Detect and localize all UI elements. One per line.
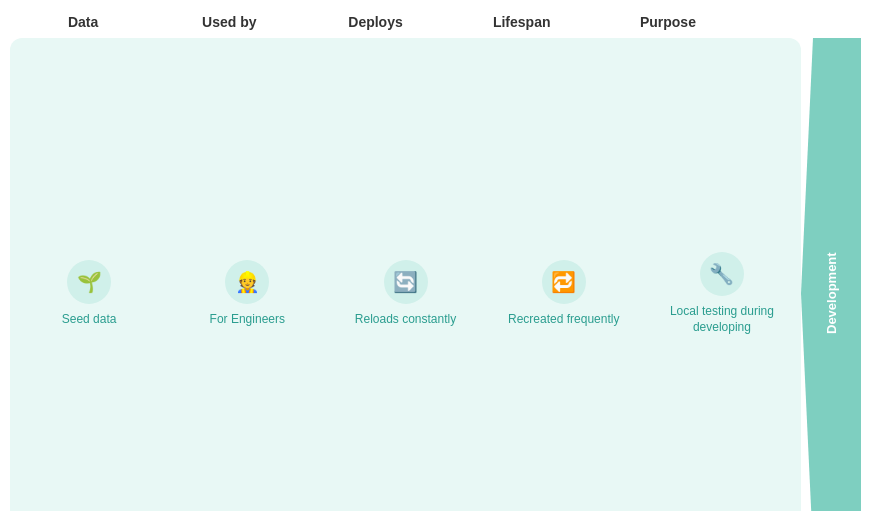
cell-development-2: 🔄Reloads constantly <box>326 38 484 511</box>
section-label-wrap-development: Development <box>801 38 861 511</box>
column-header: Lifespan <box>449 10 595 34</box>
column-header: Used by <box>156 10 302 34</box>
cell-label-development-2: Reloads constantly <box>355 312 456 328</box>
header-row: DataUsed byDeploysLifespanPurpose <box>10 10 861 34</box>
column-header: Data <box>10 10 156 34</box>
cell-icon-development-1: 👷 <box>225 260 269 304</box>
cell-label-development-1: For Engineers <box>210 312 285 328</box>
cell-icon-development-0: 🌱 <box>67 260 111 304</box>
section-cells-development: 🌱Seed data👷For Engineers🔄Reloads constan… <box>10 38 801 511</box>
section-label-development: Development <box>801 38 861 511</box>
cell-development-1: 👷For Engineers <box>168 38 326 511</box>
cell-icon-development-2: 🔄 <box>384 260 428 304</box>
cell-label-development-3: Recreated frequently <box>508 312 619 328</box>
cell-label-development-4: Local testing during developing <box>649 304 795 335</box>
cell-icon-development-3: 🔁 <box>542 260 586 304</box>
section-development: 🌱Seed data👷For Engineers🔄Reloads constan… <box>10 38 861 511</box>
cell-development-4: 🔧Local testing during developing <box>643 38 801 511</box>
cell-development-0: 🌱Seed data <box>10 38 168 511</box>
main-container: DataUsed byDeploysLifespanPurpose 🌱Seed … <box>0 0 871 511</box>
cell-development-3: 🔁Recreated frequently <box>485 38 643 511</box>
cell-icon-development-4: 🔧 <box>700 252 744 296</box>
column-header: Purpose <box>595 10 741 34</box>
cell-label-development-0: Seed data <box>62 312 117 328</box>
column-header: Deploys <box>302 10 448 34</box>
